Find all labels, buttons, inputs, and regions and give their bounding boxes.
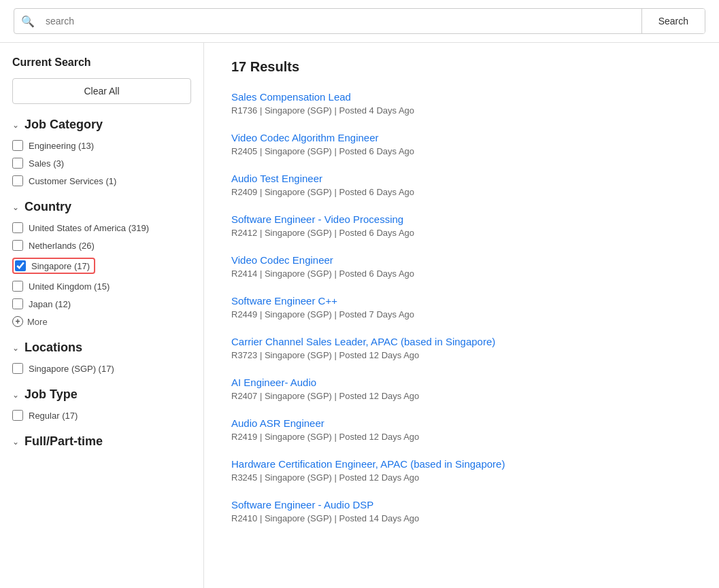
job-item: AI Engineer- AudioR2407 | Singapore (SGP… [231,377,692,401]
job-list: Sales Compensation LeadR1736 | Singapore… [231,91,692,523]
job-type-header[interactable]: ⌄ Job Type [12,387,191,402]
country-title: Country [24,200,71,214]
job-meta: R2409 | Singapore (SGP) | Posted 6 Days … [231,187,692,197]
more-label: More [27,317,48,327]
label-singapore[interactable]: Singapore (17) [31,261,90,271]
checkbox-uk[interactable] [12,281,23,292]
job-category-section: ⌄ Job Category Engineering (13) Sales (3… [12,118,191,186]
job-item: Audio ASR EngineerR2419 | Singapore (SGP… [231,417,692,442]
search-button[interactable]: Search [641,9,705,33]
label-uk[interactable]: United Kingdom (15) [29,281,110,292]
job-category-title: Job Category [24,118,103,132]
country-chevron: ⌄ [12,203,19,212]
locations-title: Locations [24,341,82,355]
checkbox-singapore[interactable] [15,260,26,271]
job-title-link[interactable]: AI Engineer- Audio [231,377,692,388]
filter-item-netherlands: Netherlands (26) [12,240,191,251]
checkbox-singapore-sgp[interactable] [12,363,23,374]
job-item: Software Engineer C++R2449 | Singapore (… [231,295,692,319]
job-category-header[interactable]: ⌄ Job Category [12,118,191,132]
country-section: ⌄ Country United States of America (319)… [12,200,191,327]
full-part-time-section: ⌄ Full/Part-time [12,434,191,449]
job-type-section: ⌄ Job Type Regular (17) [12,387,191,421]
job-category-chevron: ⌄ [12,120,19,130]
job-item: Hardware Certification Engineer, APAC (b… [231,458,692,483]
job-meta: R2419 | Singapore (SGP) | Posted 12 Days… [231,432,692,442]
job-item: Software Engineer - Video ProcessingR241… [231,213,692,238]
label-engineering[interactable]: Engineering (13) [29,141,94,151]
filter-item-sales: Sales (3) [12,158,191,169]
checkbox-sales[interactable] [12,158,23,169]
results-panel: 17 Results Sales Compensation LeadR1736 … [204,43,719,588]
job-title-link[interactable]: Software Engineer - Video Processing [231,213,692,225]
job-meta: R2407 | Singapore (SGP) | Posted 12 Days… [231,391,692,401]
job-item: Software Engineer - Audio DSPR2410 | Sin… [231,499,692,523]
job-item: Video Codec Algorithm EngineerR2405 | Si… [231,132,692,156]
full-part-time-title: Full/Part-time [24,434,103,449]
checkbox-regular[interactable] [12,410,23,421]
filter-item-singapore-sgp: Singapore (SGP) (17) [12,363,191,374]
filter-item-usa: United States of America (319) [12,222,191,233]
job-title-link[interactable]: Audio Test Engineer [231,173,692,184]
locations-header[interactable]: ⌄ Locations [12,341,191,355]
locations-section: ⌄ Locations Singapore (SGP) (17) [12,341,191,374]
sidebar: Current Search Clear All ⌄ Job Category … [0,43,204,588]
job-meta: R2410 | Singapore (SGP) | Posted 14 Days… [231,513,692,523]
label-japan[interactable]: Japan (12) [29,299,71,309]
search-input[interactable] [41,9,641,33]
checkbox-japan[interactable] [12,298,23,309]
job-title-link[interactable]: Sales Compensation Lead [231,91,692,103]
job-title-link[interactable]: Hardware Certification Engineer, APAC (b… [231,458,692,470]
full-part-time-header[interactable]: ⌄ Full/Part-time [12,434,191,449]
top-bar: 🔍 Search [0,0,719,43]
current-search-title: Current Search [12,56,191,69]
label-sales[interactable]: Sales (3) [29,158,64,169]
job-title-link[interactable]: Software Engineer C++ [231,295,692,307]
job-title-link[interactable]: Carrier Channel Sales Leader, APAC (base… [231,336,692,347]
job-meta: R2405 | Singapore (SGP) | Posted 6 Days … [231,146,692,156]
locations-chevron: ⌄ [12,343,19,353]
job-type-title: Job Type [24,387,78,402]
main-layout: Current Search Clear All ⌄ Job Category … [0,43,719,588]
job-item: Sales Compensation LeadR1736 | Singapore… [231,91,692,116]
singapore-checked-wrapper: Singapore (17) [12,258,95,274]
job-item: Video Codec EngineerR2414 | Singapore (S… [231,254,692,279]
checkbox-usa[interactable] [12,222,23,233]
job-type-chevron: ⌄ [12,390,19,400]
label-singapore-sgp[interactable]: Singapore (SGP) (17) [29,364,114,374]
job-title-link[interactable]: Software Engineer - Audio DSP [231,499,692,511]
filter-item-regular: Regular (17) [12,410,191,421]
job-item: Audio Test EngineerR2409 | Singapore (SG… [231,173,692,197]
filter-item-japan: Japan (12) [12,298,191,309]
filter-item-engineering: Engineering (13) [12,140,191,151]
label-customer-services[interactable]: Customer Services (1) [29,176,116,186]
label-netherlands[interactable]: Netherlands (26) [29,241,95,251]
job-meta: R3245 | Singapore (SGP) | Posted 12 Days… [231,472,692,483]
job-item: Carrier Channel Sales Leader, APAC (base… [231,336,692,360]
search-wrapper: 🔍 Search [14,8,705,34]
job-title-link[interactable]: Video Codec Engineer [231,254,692,266]
job-meta: R2412 | Singapore (SGP) | Posted 6 Days … [231,228,692,238]
country-header[interactable]: ⌄ Country [12,200,191,214]
job-meta: R2449 | Singapore (SGP) | Posted 7 Days … [231,309,692,319]
filter-item-uk: United Kingdom (15) [12,281,191,292]
results-count: 17 Results [231,59,692,75]
full-part-time-chevron: ⌄ [12,437,19,447]
checkbox-engineering[interactable] [12,140,23,151]
job-title-link[interactable]: Video Codec Algorithm Engineer [231,132,692,143]
checkbox-netherlands[interactable] [12,240,23,251]
clear-all-button[interactable]: Clear All [12,78,191,104]
plus-icon: + [12,316,23,327]
search-icon: 🔍 [14,15,41,28]
label-regular[interactable]: Regular (17) [29,411,78,421]
job-meta: R2414 | Singapore (SGP) | Posted 6 Days … [231,269,692,279]
label-usa[interactable]: United States of America (319) [29,223,149,233]
more-link[interactable]: + More [12,316,191,327]
checkbox-customer-services[interactable] [12,175,23,186]
filter-item-customer-services: Customer Services (1) [12,175,191,186]
job-meta: R3723 | Singapore (SGP) | Posted 12 Days… [231,350,692,360]
filter-item-singapore: Singapore (17) [12,258,191,274]
job-title-link[interactable]: Audio ASR Engineer [231,417,692,429]
job-meta: R1736 | Singapore (SGP) | Posted 4 Days … [231,105,692,116]
